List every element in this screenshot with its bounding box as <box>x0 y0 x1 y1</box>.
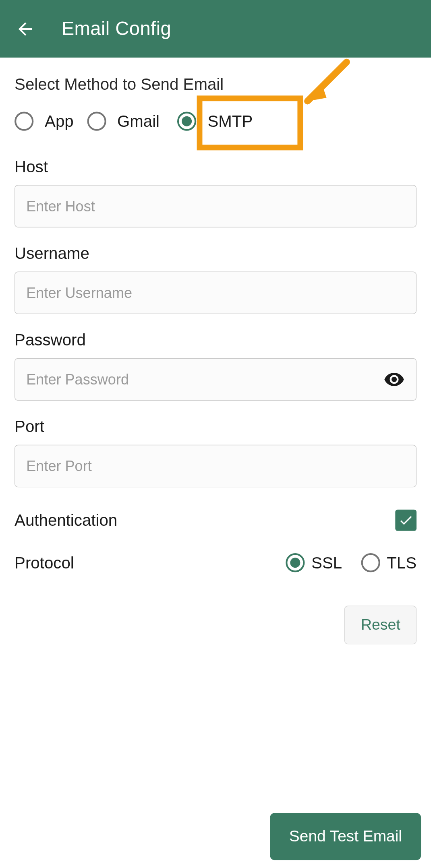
authentication-label: Authentication <box>15 511 117 529</box>
radio-icon <box>177 112 196 131</box>
eye-icon <box>383 369 405 390</box>
username-label: Username <box>15 244 416 263</box>
reset-button[interactable]: Reset <box>345 606 416 645</box>
radio-label: SMTP <box>207 112 253 130</box>
password-input[interactable] <box>15 358 416 401</box>
protocol-label: Protocol <box>15 554 74 572</box>
host-input[interactable] <box>15 185 416 227</box>
protocol-radio-tls[interactable]: TLS <box>361 553 416 572</box>
authentication-checkbox[interactable] <box>395 510 416 531</box>
method-radio-group: App Gmail SMTP <box>15 107 416 135</box>
page-title: Email Config <box>62 18 172 39</box>
radio-icon <box>286 553 305 572</box>
protocol-radio-group: SSL TLS <box>286 553 416 572</box>
method-radio-smtp[interactable]: SMTP <box>173 107 264 135</box>
send-test-email-button[interactable]: Send Test Email <box>270 813 421 860</box>
radio-label: SSL <box>311 554 342 572</box>
radio-icon <box>361 553 380 572</box>
radio-label: App <box>45 112 74 130</box>
radio-label: TLS <box>387 554 416 572</box>
method-radio-gmail[interactable]: Gmail <box>87 112 160 131</box>
password-label: Password <box>15 331 416 349</box>
radio-icon <box>15 112 33 131</box>
arrow-left-icon <box>15 19 35 39</box>
username-input[interactable] <box>15 272 416 314</box>
radio-icon <box>87 112 106 131</box>
radio-label: Gmail <box>117 112 160 130</box>
method-radio-app[interactable]: App <box>15 112 74 131</box>
protocol-radio-ssl[interactable]: SSL <box>286 553 342 572</box>
port-label: Port <box>15 417 416 436</box>
toggle-password-visibility[interactable] <box>383 368 406 391</box>
check-icon <box>398 513 414 528</box>
back-button[interactable] <box>11 15 39 43</box>
port-input[interactable] <box>15 445 416 487</box>
host-label: Host <box>15 157 416 176</box>
method-prompt: Select Method to Send Email <box>15 75 416 94</box>
